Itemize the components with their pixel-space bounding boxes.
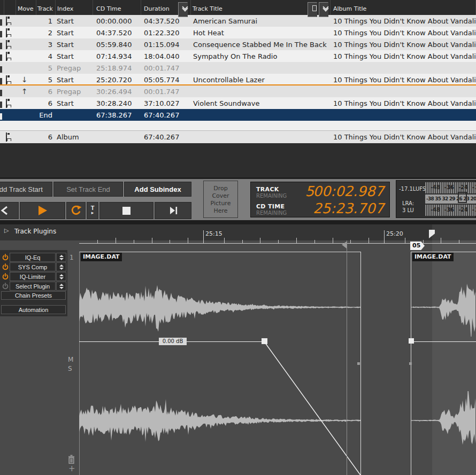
clip2-envelope-handle[interactable] [409, 338, 414, 344]
duration: 01:15.094 [141, 41, 191, 49]
disclosure-triangle-icon[interactable]: ▷ [4, 227, 9, 234]
clip1-filename: IMAGE.DAT [81, 253, 122, 261]
add-track-start-button[interactable]: Add Track Start [0, 182, 52, 197]
playback-cursor[interactable] [347, 240, 347, 475]
waveform-left-channel [79, 278, 361, 337]
envelope-node[interactable] [357, 362, 360, 365]
envelope-node[interactable] [409, 362, 412, 365]
cue-row-2[interactable]: 2Start04:37.52001:22.320Hot Heat10 Thing… [0, 27, 476, 38]
add-subindex-button[interactable]: Add Subindex [124, 182, 191, 197]
track-number: 6 [36, 99, 56, 107]
plugin-spinner[interactable] [56, 262, 66, 271]
cue-row-1[interactable]: 1Start00:00.00004:37.520American Samurai… [0, 15, 476, 27]
cue-sheet-spacer [0, 121, 476, 131]
chain-presets-button[interactable]: Chain Presets [1, 291, 66, 300]
info-icon [0, 31, 2, 37]
plugin-button-iq-limiter[interactable]: IQ-Limiter [10, 272, 56, 281]
end-row[interactable]: End67:38.26767:40.267 [0, 109, 476, 121]
cd-time: 25:20.720 [93, 76, 141, 84]
loudness-scale: -38 35 32 29 26 23 20 1 [425, 194, 476, 204]
plugin-slot-3: IQ-Limiter [0, 272, 67, 281]
cue-row-6[interactable]: ↓5Start25:20.72005:05.774Uncontrollable … [0, 74, 476, 85]
save-icon [6, 52, 7, 61]
clip2-filename: IMAGE.DAT [412, 253, 454, 261]
track-remaining-time: 00:02.987 [313, 183, 384, 199]
info-icon [0, 19, 2, 26]
column-header-index[interactable]: Index [56, 0, 93, 15]
save-icon [6, 133, 7, 142]
info-icon [0, 102, 2, 108]
header-edge-col [0, 0, 4, 15]
power-icon[interactable] [1, 272, 9, 281]
drop-cover-picture-zone[interactable]: Drop Cover Picture Here [203, 181, 238, 218]
play-button[interactable] [20, 202, 65, 219]
marker-to-cursor-button[interactable]: T▸ [87, 202, 98, 219]
cd-remaining-time: 25:23.707 [313, 200, 384, 216]
cue-row-8[interactable]: 6Start30:28.24037:10.027Violent Soundwav… [0, 97, 476, 109]
plugin-button-iq-eq[interactable]: IQ-Eq [10, 253, 56, 262]
track-label: TRACK [256, 186, 279, 193]
duration: 00:01.747 [141, 64, 191, 72]
plugin-button-sys-comp[interactable]: SYS Comp [10, 262, 56, 271]
album-track-number: 6 [36, 133, 56, 141]
cue-row-3[interactable]: 3Start05:59.84001:15.094Consequence Stab… [0, 38, 476, 50]
stop-button[interactable] [99, 202, 153, 219]
album-title: 10 Things You Didn't Know About Vandalis [331, 41, 476, 49]
plugin-spinner[interactable] [56, 253, 66, 262]
level-meter-top: -48 -36 -24 -12 [425, 182, 476, 193]
plugin-spinner[interactable] [56, 272, 66, 281]
album-row[interactable]: 6 Album 67:40.267 10 Things You Didn't K… [0, 131, 476, 143]
solo-button[interactable]: S [68, 365, 72, 372]
info-icon [0, 66, 2, 73]
plugin-spinner[interactable] [56, 282, 66, 291]
column-header-album-title[interactable]: Album Title [331, 0, 476, 15]
automation-button[interactable]: Automation [1, 305, 66, 314]
power-icon[interactable] [1, 262, 9, 271]
envelope-handle[interactable] [262, 338, 267, 344]
track-number: 6 [36, 88, 56, 96]
cd-remaining-label: REMAINING [256, 210, 287, 216]
collapse-duration-icon[interactable] [178, 2, 188, 17]
info-icon [0, 78, 2, 84]
end-duration: 67:40.267 [141, 111, 191, 119]
power-icon[interactable] [1, 282, 9, 291]
previous-track-button[interactable] [0, 202, 19, 219]
index-type: Start [56, 29, 93, 37]
cue-row-4[interactable]: 4Start07:14.93418:04.040Sympathy On The … [0, 50, 476, 62]
cd-time: 25:18.974 [93, 64, 141, 72]
delete-track-icon[interactable] [67, 455, 75, 464]
next-track-button[interactable] [155, 202, 191, 219]
power-icon[interactable] [1, 253, 9, 262]
add-track-icon[interactable]: + [68, 464, 75, 473]
clip2-envelope-line[interactable] [411, 341, 476, 342]
loop-button[interactable] [66, 202, 86, 219]
track-number: 5 [36, 64, 56, 72]
cd-time-label: CD TIME [256, 203, 285, 210]
column-header-move[interactable]: Move [16, 0, 36, 15]
track-plugins-title: Track Plugins [14, 228, 56, 235]
track-title: Violent Soundwave [191, 99, 331, 107]
save-icon [6, 99, 7, 108]
cd-time: 00:00.000 [93, 17, 141, 25]
stop-icon [122, 207, 130, 215]
save-icon [6, 75, 7, 84]
album-title: 10 Things You Didn't Know About Vandalis [331, 29, 476, 37]
collapse-title-icon[interactable] [319, 2, 328, 17]
column-header-track[interactable]: Track [36, 0, 56, 15]
track-number: 2 [36, 29, 56, 37]
set-track-end-button[interactable]: Set Track End [53, 182, 123, 197]
duration: 37:10.027 [141, 99, 191, 107]
cue-row-7[interactable]: ↑6Pregap30:26.49400:01.747 [0, 85, 476, 97]
mute-button[interactable]: M [68, 356, 73, 363]
page-icon[interactable] [308, 2, 317, 17]
cue-row-5[interactable]: 5Pregap25:18.97400:01.747 [0, 62, 476, 74]
index-type: Start [56, 76, 93, 84]
cd-time: 05:59.840 [93, 41, 141, 49]
track-title: Hot Heat [191, 29, 331, 37]
select-plugin-button[interactable]: Select Plugin [10, 282, 56, 291]
column-header-cd-time[interactable]: CD Time [93, 0, 141, 15]
move-arrow: ↑ [16, 87, 36, 96]
toolbar-band: Add Track Start Set Track End Add Subind… [0, 177, 476, 220]
info-icon [0, 90, 2, 96]
duration: 01:22.320 [141, 29, 191, 37]
